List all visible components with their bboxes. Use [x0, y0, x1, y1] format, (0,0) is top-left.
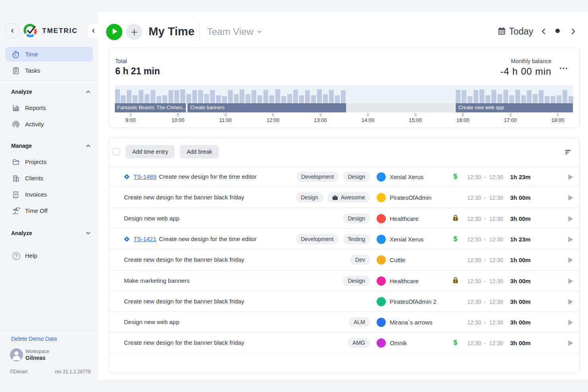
svg-text:?: ? [15, 253, 18, 259]
